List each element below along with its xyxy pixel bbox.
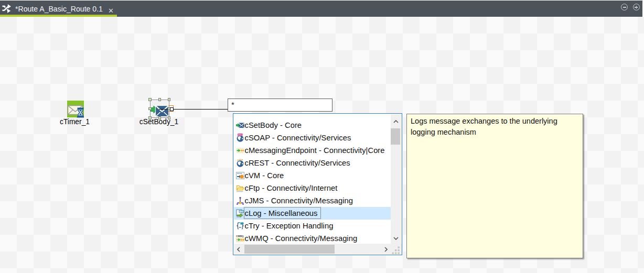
svg-text:WSDL: WSDL xyxy=(238,134,243,136)
svg-text:CWMQ: CWMQ xyxy=(236,235,244,237)
svg-text:LOG: LOG xyxy=(240,211,244,213)
